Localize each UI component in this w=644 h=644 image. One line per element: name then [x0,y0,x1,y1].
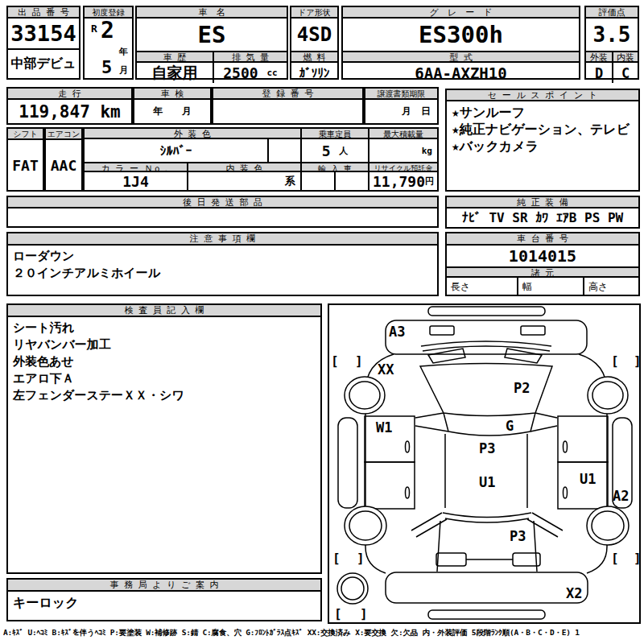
capacity-unit: 人 [339,145,348,157]
door-handle [564,441,568,452]
oem-equipment-value: ﾅﾋﾞ TV SR ｶﾜ ｴｱB PS PW [447,208,638,227]
cowl-arc-1 [421,341,551,346]
bracket-mark: ] [355,353,363,369]
interior-grade-label: 内装 [612,51,638,63]
office-notice-item: キーロック [13,594,316,611]
oem-equipment-label: 純 正 装 備 [447,197,638,208]
notes-box: 注 意 事 項 欄 ローダウン ２０インチアルミホイール [6,232,439,296]
headlight-left [430,326,454,335]
registration-number-box: 登 録 番 号 [212,87,364,125]
damage-label-p3-roof: P3 [479,440,495,456]
recycle-unit: 円 [425,175,434,188]
door-front-right [558,416,608,462]
model-code-label: 型 式 [343,51,579,63]
front-bumper-strip [428,307,545,316]
import-car-label: 輸 入 車 [300,162,368,172]
inspection-value: 年 月 [134,100,210,123]
registration-number-value [213,100,362,123]
exterior-grade-label: 外装 [586,51,612,63]
wheel-rear-right-inner [592,511,624,540]
shift-label: シフト [8,129,43,140]
history-value: 自家用 [137,63,213,83]
damage-code-legend: A:ｷｽﾞ U:ﾍｺﾐ B:ｷｽﾞを伴うﾍｺﾐ P:要塗装 W:補修跡 S:錆 … [3,628,642,638]
registration-number-label: 登 録 番 号 [213,89,362,100]
door-shape-value: 4SD [291,19,337,51]
chassis-box: 車 台 番 号 1014015 諸 元 長さ 幅 高さ [445,232,640,296]
inspector-notes-list: シート汚れ リヤバンバー加工 外装色あせ エアロ下Ａ 左フェンダーステーＸＸ・シ… [8,317,320,407]
first-reg-month-unit: 月 [119,64,128,76]
exterior-color-extra-cell [267,139,300,162]
sales-point-item: ★サンルーフ [452,104,634,121]
damage-label-w1: W1 [376,419,392,436]
headlight-right [521,326,545,335]
auction-sheet: 出 品 番 号 33154 中部デビュ 初度登録 R 2 年 5 月 車 名 E… [0,0,644,644]
bracket-mark: [ [331,353,339,369]
interior-color-label: 内 装 色 [187,162,300,172]
office-notice-box: 事 務 局 よ り ご 案 内 キーロック [6,578,322,621]
import-car-cell-2 [334,172,368,190]
sales-points-list: ★サンルーフ ★純正ナビゲーション、テレビ ★バックカメラ [447,101,638,157]
damage-label-x2: X2 [566,585,582,601]
history-label: 車 歴 [137,51,213,63]
bracket-mark: [ [611,551,619,566]
damage-label-a3: A3 [389,324,405,340]
later-parts-label: 後 日 発 送 部 品 [8,197,437,208]
inspector-note-item: 左フェンダーステーＸＸ・シワ [13,387,316,404]
car-diagram-box: A3 XX P2 W1 G P3 U1 U1 A2 P3 X2 [ ] [ ] … [328,303,641,624]
recycle-deposit-label: リサイクル預託金 [368,162,437,172]
auction-number-box: 出 品 番 号 33154 中部デビュ [6,6,80,80]
damage-label-a2: A2 [613,488,629,504]
inspector-note-item: 外装色あせ [13,353,316,370]
sales-points-label: セ ー ル ス ポ イ ン ト [447,90,638,101]
spec-width-label: 幅 [517,278,583,295]
later-parts-box: 後 日 発 送 部 品 [6,196,439,228]
max-load-value: kg [368,139,437,162]
bracket-mark: [ [611,353,619,369]
first-registration-box: 初度登録 R 2 年 5 月 [83,6,134,80]
color-no-label: カ ラ ー Ｎｏ． [85,162,187,172]
damage-label-p3-trunk: P3 [510,528,526,544]
inspector-note-item: シート汚れ [13,320,316,336]
score-value: 3.5 [586,19,638,51]
displacement-unit: cc [266,68,277,78]
bracket-mark: [ [332,551,341,566]
car-name-box: 車 名 ES 車 歴 排 気 量 自家用 2500 cc [135,6,288,80]
hood-panel [420,364,552,416]
wiper-right [505,349,542,363]
capacity-label: 乗車定員 [300,129,368,139]
damage-label-g: G [506,418,514,434]
shift-box: シフト FAT [6,127,44,192]
office-notice-list: キーロック [8,592,320,613]
recycle-number: 11,790 [373,173,425,190]
displacement-label: 排 気 量 [213,51,287,63]
bracket-mark: ] [634,353,639,369]
sales-point-item: ★純正ナビゲーション、テレビ [452,121,634,138]
bracket-mark: ] [357,551,365,566]
mileage-label: 走 行 [8,89,131,100]
exterior-grade-value: D [586,63,612,83]
inspection-box: 車 検 年 月 [133,87,212,125]
capacity-number: 5 [322,142,331,159]
damage-label-u1-right: U1 [580,471,596,487]
auction-venue: 中部デビュ [8,48,79,78]
aircon-label: エアコン [46,129,81,140]
transfer-deadline-value: 月 日 [365,100,437,123]
fuel-value: ｶﾞｿﾘﾝ [291,63,337,83]
inspector-note-item: エアロ下Ａ [13,370,316,387]
aircon-box: エアコン AAC [44,127,83,192]
max-load-label: 最大積載量 [368,129,437,139]
wheel-rear-left-inner [349,511,382,540]
spec-height-label: 高さ [583,278,638,295]
inspector-notes-label: 検 査 員 記 入 欄 [8,305,320,317]
inspector-notes-box: 検 査 員 記 入 欄 シート汚れ リヤバンバー加工 外装色あせ エアロ下Ａ 左… [6,303,322,574]
sales-points-box: セ ー ル ス ポ イ ン ト ★サンルーフ ★純正ナビゲーション、テレビ ★バ… [445,89,640,192]
color-no-value: 1J4 [85,172,187,190]
damage-label-xx: XX [378,361,394,378]
score-label: 評価点 [586,7,638,19]
interior-color-value: 系 [187,172,300,190]
displacement-value: 2500 cc [213,63,287,83]
damage-label-p2: P2 [514,380,530,396]
door-handle [406,441,410,452]
oem-equipment-box: 純 正 装 備 ﾅﾋﾞ TV SR ｶﾜ ｴｱB PS PW [445,196,640,229]
shift-value: FAT [8,140,43,190]
